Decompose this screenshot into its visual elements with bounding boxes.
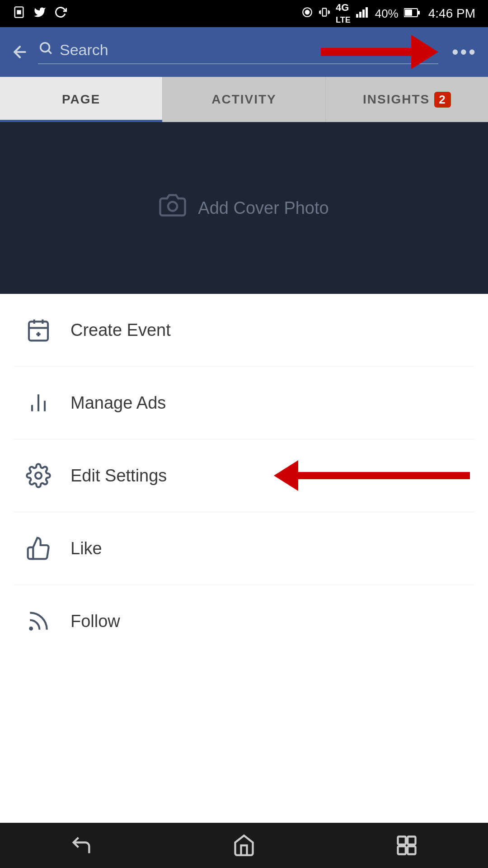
- bar-chart-icon: [23, 390, 54, 415]
- calendar-plus-icon: [23, 317, 54, 343]
- twitter-icon: [33, 6, 46, 22]
- svg-rect-1: [17, 10, 21, 14]
- sim-card-icon: [13, 6, 25, 22]
- cover-photo-area[interactable]: Add Cover Photo: [0, 122, 488, 294]
- svg-rect-10: [359, 12, 361, 18]
- more-options-button[interactable]: •••: [452, 41, 477, 63]
- edit-settings-label: Edit Settings: [70, 466, 167, 486]
- tab-insights[interactable]: INSIGHTS 2: [326, 77, 488, 122]
- follow-item[interactable]: Follow: [14, 585, 474, 657]
- status-bar: 4GLTE 40% 4:46 PM: [0, 0, 488, 27]
- back-button[interactable]: [11, 43, 29, 61]
- battery-percent: 40%: [375, 7, 399, 21]
- edit-settings-item[interactable]: Edit Settings: [14, 439, 474, 512]
- tab-insights-label: INSIGHTS: [363, 92, 430, 107]
- add-cover-photo-label: Add Cover Photo: [198, 198, 328, 218]
- svg-rect-31: [398, 837, 406, 844]
- annotation-arrow-right: [321, 35, 438, 69]
- refresh-icon: [54, 6, 67, 22]
- tab-page[interactable]: PAGE: [0, 77, 163, 122]
- insights-badge: 2: [434, 92, 450, 108]
- svg-rect-34: [408, 846, 415, 854]
- tab-activity[interactable]: ACTIVITY: [163, 77, 325, 122]
- annotation-arrow-left: [274, 460, 470, 491]
- vibrate-icon: [319, 6, 330, 21]
- follow-label: Follow: [70, 612, 120, 631]
- bottom-nav-bar: [0, 823, 488, 868]
- svg-point-17: [41, 42, 50, 52]
- tabs-bar: PAGE ACTIVITY INSIGHTS 2: [0, 77, 488, 122]
- svg-point-19: [168, 202, 177, 211]
- create-event-label: Create Event: [70, 321, 171, 340]
- manage-ads-item[interactable]: Manage Ads: [14, 367, 474, 439]
- svg-rect-11: [362, 9, 365, 18]
- thumbs-up-icon: [23, 536, 54, 561]
- svg-line-18: [49, 51, 52, 53]
- status-bar-right-icons: 4GLTE 40% 4:46 PM: [301, 2, 475, 25]
- camera-icon: [159, 192, 186, 224]
- svg-rect-32: [408, 837, 415, 844]
- manage-ads-label: Manage Ads: [70, 393, 166, 413]
- rss-icon: [23, 609, 54, 634]
- header: Search •••: [0, 27, 488, 77]
- svg-rect-15: [405, 9, 412, 16]
- svg-rect-12: [366, 7, 368, 18]
- menu-list: Create Event Manage Ads Edit Settings: [0, 294, 488, 657]
- status-time: 4:46 PM: [428, 6, 475, 21]
- nav-back-button[interactable]: [70, 834, 93, 857]
- create-event-item[interactable]: Create Event: [14, 294, 474, 367]
- tab-activity-label: ACTIVITY: [211, 92, 277, 107]
- like-label: Like: [70, 539, 102, 558]
- lte-icon: 4GLTE: [336, 2, 351, 25]
- like-item[interactable]: Like: [14, 512, 474, 585]
- gear-icon: [23, 463, 54, 488]
- svg-rect-33: [398, 846, 406, 854]
- svg-rect-14: [418, 11, 420, 14]
- nav-recent-apps-button[interactable]: [395, 834, 418, 857]
- svg-rect-20: [29, 321, 48, 340]
- svg-point-3: [305, 10, 310, 14]
- svg-point-29: [35, 472, 42, 479]
- search-icon: [38, 40, 53, 60]
- tab-page-label: PAGE: [62, 92, 100, 107]
- record-icon: [301, 6, 313, 21]
- signal-icon: [356, 6, 370, 21]
- svg-point-30: [30, 627, 32, 630]
- battery-icon: [404, 7, 420, 21]
- nav-home-button[interactable]: [232, 834, 256, 857]
- status-bar-left-icons: [13, 6, 67, 22]
- svg-rect-4: [323, 8, 327, 16]
- svg-rect-9: [356, 14, 358, 18]
